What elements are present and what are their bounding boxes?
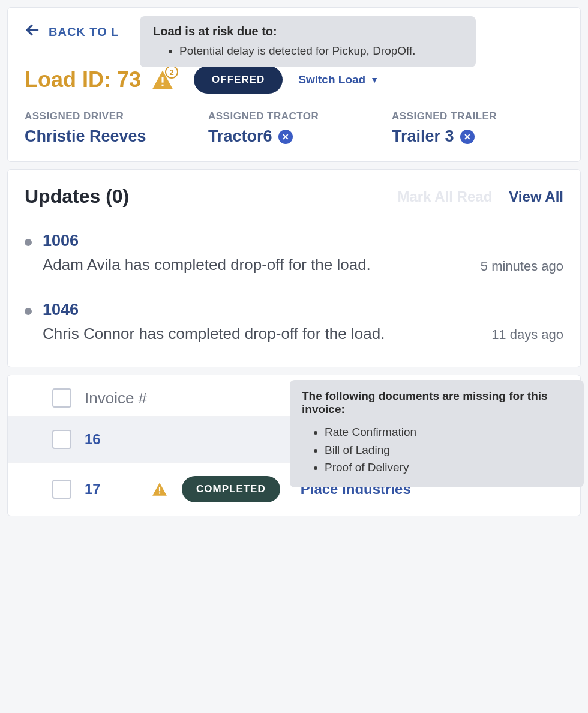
select-all-checkbox[interactable] (52, 388, 71, 408)
remove-trailer-icon[interactable]: ✕ (460, 130, 475, 144)
switch-load-dropdown[interactable]: Switch Load ▼ (298, 73, 379, 86)
update-text: Chris Connor has completed drop-off for … (43, 323, 385, 346)
update-id[interactable]: 1006 (43, 232, 563, 250)
warning-triangle-icon[interactable] (152, 482, 169, 496)
view-all-button[interactable]: View All (509, 188, 563, 205)
chevron-down-icon: ▼ (370, 75, 379, 85)
load-id-row: Load ID: 73 2 OFFERED Switch Load ▼ (25, 66, 563, 94)
svg-rect-2 (161, 85, 163, 86)
invoice-checkbox[interactable] (52, 430, 71, 449)
back-link[interactable]: BACK TO L (49, 25, 119, 39)
assigned-tractor-value[interactable]: Tractor6 ✕ (208, 127, 380, 146)
load-header-card: BACK TO L Load is at risk due to: Potent… (7, 7, 581, 162)
assigned-tractor-label: ASSIGNED TRACTOR (208, 110, 380, 122)
svg-rect-3 (159, 487, 160, 492)
assignments-row: ASSIGNED DRIVER Christie Reeves ASSIGNED… (25, 110, 563, 146)
assigned-driver-col: ASSIGNED DRIVER Christie Reeves (25, 110, 196, 146)
risk-tooltip-title: Load is at risk due to: (153, 25, 463, 38)
assigned-trailer-name: Trailer 3 (392, 127, 454, 146)
update-time: 5 minutes ago (481, 259, 563, 277)
svg-rect-1 (161, 77, 163, 82)
missing-docs-tooltip: The following documents are missing for … (290, 380, 584, 487)
svg-rect-4 (159, 493, 160, 494)
bullet-icon (25, 239, 32, 246)
assigned-driver-label: ASSIGNED DRIVER (25, 110, 196, 122)
missing-docs-item: Bill of Lading (325, 441, 572, 459)
missing-docs-title: The following documents are missing for … (302, 390, 572, 416)
updates-header: Updates (0) Mark All Read View All (25, 185, 563, 208)
update-text: Adam Avila has completed drop-off for th… (43, 254, 371, 277)
mark-all-read-button[interactable]: Mark All Read (397, 188, 492, 205)
status-pill: OFFERED (194, 66, 283, 94)
invoice-checkbox[interactable] (52, 480, 71, 499)
assigned-tractor-name: Tractor6 (208, 127, 272, 146)
update-id[interactable]: 1046 (43, 301, 563, 319)
assigned-trailer-label: ASSIGNED TRAILER (392, 110, 563, 122)
risk-tooltip: Load is at risk due to: Potential delay … (140, 16, 476, 67)
missing-docs-item: Proof of Delivery (325, 459, 572, 476)
assigned-driver-name: Christie Reeves (25, 127, 146, 146)
updates-title: Updates (0) (25, 185, 397, 208)
assigned-trailer-col: ASSIGNED TRAILER Trailer 3 ✕ (392, 110, 563, 146)
assigned-tractor-col: ASSIGNED TRACTOR Tractor6 ✕ (208, 110, 380, 146)
missing-docs-item: Rate Confirmation (325, 423, 572, 441)
warning-count-badge: 2 (165, 65, 178, 79)
invoice-number-header: Invoice # (85, 389, 147, 408)
back-arrow-icon[interactable] (25, 22, 40, 42)
assigned-driver-value[interactable]: Christie Reeves (25, 127, 196, 146)
risk-tooltip-item: Potential delay is detected for Pickup, … (179, 44, 463, 58)
update-item: 1006 Adam Avila has completed drop-off f… (25, 232, 563, 277)
invoice-number[interactable]: 17 (85, 481, 139, 498)
invoice-status-pill: COMPLETED (182, 476, 280, 502)
updates-card: Updates (0) Mark All Read View All 1006 … (7, 169, 581, 367)
bullet-icon (25, 308, 32, 315)
switch-load-label: Switch Load (298, 73, 365, 86)
assigned-trailer-value[interactable]: Trailer 3 ✕ (392, 127, 563, 146)
load-id-label: Load ID: 73 (25, 67, 141, 92)
update-item: 1046 Chris Connor has completed drop-off… (25, 301, 563, 346)
update-time: 11 days ago (491, 327, 563, 345)
warning-triangle-icon[interactable]: 2 (149, 68, 176, 92)
invoices-card: The following documents are missing for … (7, 375, 581, 516)
remove-tractor-icon[interactable]: ✕ (278, 130, 293, 144)
invoice-number[interactable]: 16 (85, 431, 139, 448)
